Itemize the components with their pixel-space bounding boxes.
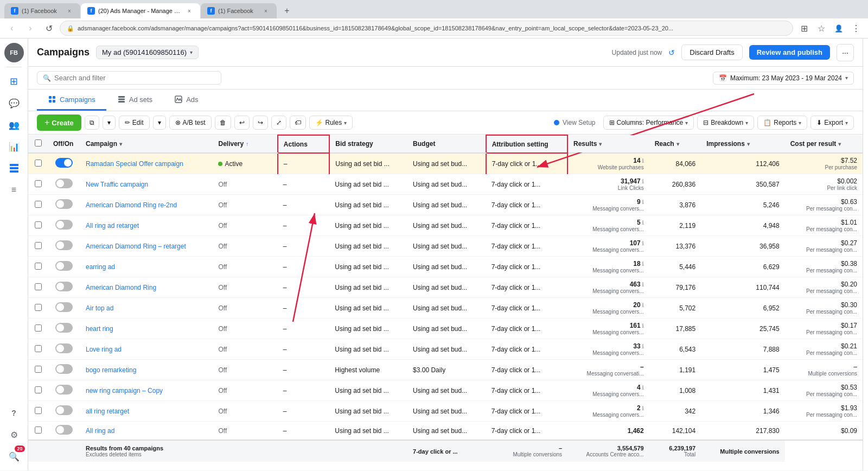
campaign-selector[interactable]: My ad (590141609850116) ▾ [96, 46, 199, 59]
ab-test-button[interactable]: ⊗ A/B test [169, 116, 212, 130]
browser-tab-1[interactable]: f (1) Facebook × [4, 3, 80, 18]
move-button[interactable]: ⤢ [271, 116, 286, 130]
date-filter[interactable]: 📅 Maximum: 23 May 2023 - 19 Mar 2024 ▾ [713, 72, 854, 85]
checkbox-14[interactable] [35, 427, 42, 434]
th-reach[interactable]: Reach ▾ [649, 135, 701, 153]
results-info-${row.id}[interactable]: ℹ [642, 302, 644, 308]
toggle-6[interactable] [55, 261, 73, 271]
duplicate-dropdown-button[interactable]: ▾ [103, 116, 116, 130]
row-checkbox-7[interactable] [28, 277, 48, 298]
row-toggle-13[interactable] [48, 401, 80, 422]
row-checkbox-8[interactable] [28, 298, 48, 319]
view-setup[interactable]: View Setup [554, 119, 596, 126]
tab-ads[interactable]: Ads [163, 90, 209, 111]
redo-button[interactable]: ↪ [253, 116, 268, 130]
search-input-wrap[interactable]: 🔍 [37, 71, 221, 85]
edit-dropdown-button[interactable]: ▾ [153, 116, 166, 130]
row-toggle-8[interactable] [48, 298, 80, 319]
checkbox-5[interactable] [35, 242, 42, 249]
reload-button[interactable]: ↺ [41, 21, 56, 36]
row-checkbox-1[interactable] [28, 153, 48, 174]
toggle-9[interactable] [55, 323, 73, 333]
review-publish-button[interactable]: Review and publish [749, 45, 830, 60]
campaign-link-11[interactable]: bogo remarketing [86, 366, 136, 374]
create-button[interactable]: + Create [37, 114, 81, 131]
row-checkbox-4[interactable] [28, 215, 48, 236]
sidebar-chart-icon[interactable]: 📊 [4, 137, 24, 156]
toggle-5[interactable] [55, 240, 73, 250]
checkbox-9[interactable] [35, 324, 42, 332]
row-toggle-3[interactable] [48, 195, 80, 215]
campaign-link-6[interactable]: earring ad [86, 263, 115, 271]
profile-button[interactable]: 👤 [831, 21, 846, 36]
toggle-13[interactable] [55, 405, 73, 415]
toggle-4[interactable] [55, 220, 73, 230]
tag-button[interactable]: 🏷 [290, 116, 306, 130]
row-checkbox-6[interactable] [28, 257, 48, 277]
breakdown-button[interactable]: ⊟ Breakdown ▾ [697, 116, 754, 130]
results-info-${row.id}[interactable]: ℹ [642, 385, 644, 391]
row-checkbox-10[interactable] [28, 339, 48, 360]
sidebar-people-icon[interactable]: 👥 [4, 115, 24, 135]
checkbox-1[interactable] [35, 160, 42, 167]
toggle-1[interactable] [55, 158, 73, 168]
campaign-link-8[interactable]: Air top ad [86, 304, 113, 312]
row-toggle-11[interactable] [48, 360, 80, 380]
campaign-link-5[interactable]: American Diamond Ring – retarget [86, 243, 186, 250]
campaign-link-14[interactable]: All ring ad [86, 427, 114, 435]
browser-tab-3[interactable]: f (1) Facebook × [201, 3, 277, 18]
back-button[interactable]: ‹ [4, 21, 20, 36]
sidebar-search-icon[interactable]: 🔍 20 [4, 447, 24, 466]
results-info-${row.id}[interactable]: ℹ [642, 282, 644, 288]
edit-button[interactable]: ✏ Edit [119, 116, 150, 130]
columns-button[interactable]: ⊞ Columns: Performance ▾ [603, 116, 694, 130]
results-info-${row.id}[interactable]: ℹ [642, 261, 644, 267]
results-info-${row.id}[interactable]: ℹ [642, 220, 644, 226]
row-checkbox-3[interactable] [28, 195, 48, 215]
campaign-link-4[interactable]: All ring ad retarget [86, 222, 139, 230]
row-toggle-7[interactable] [48, 277, 80, 298]
toggle-11[interactable] [55, 364, 73, 374]
checkbox-10[interactable] [35, 345, 42, 352]
campaign-link-13[interactable]: all ring retarget [86, 408, 129, 415]
th-delivery[interactable]: Delivery ↑ [213, 135, 277, 153]
sidebar-menu-icon[interactable]: ≡ [4, 180, 24, 200]
toggle-14[interactable] [55, 425, 73, 435]
checkbox-8[interactable] [35, 304, 42, 311]
row-toggle-10[interactable] [48, 339, 80, 360]
url-bar[interactable]: 🔒 adsmanager.facebook.com/adsmanager/man… [60, 21, 793, 36]
checkbox-3[interactable] [35, 201, 42, 208]
search-input[interactable] [54, 74, 215, 82]
tab-adsets[interactable]: Ad sets [106, 90, 163, 111]
row-checkbox-5[interactable] [28, 236, 48, 257]
toggle-8[interactable] [55, 302, 73, 312]
checkbox-2[interactable] [35, 180, 42, 187]
row-toggle-5[interactable] [48, 236, 80, 257]
results-info-${row.id}[interactable]: ℹ [642, 158, 644, 164]
duplicate-button[interactable]: ⧉ [85, 116, 99, 130]
results-info-${row.id}[interactable]: ℹ [642, 199, 644, 205]
browser-menu-button[interactable]: ⋮ [848, 21, 864, 36]
row-toggle-1[interactable] [48, 153, 80, 174]
row-checkbox-14[interactable] [28, 422, 48, 441]
campaign-link-2[interactable]: New Traffic campaign [86, 181, 148, 188]
header-more-button[interactable]: ··· [837, 44, 854, 61]
toggle-7[interactable] [55, 282, 73, 291]
row-checkbox-11[interactable] [28, 360, 48, 380]
results-info-${row.id}[interactable]: ℹ [642, 179, 644, 184]
th-results[interactable]: Results ▾ [567, 135, 649, 153]
discard-drafts-button[interactable]: Discard Drafts [681, 44, 742, 60]
sidebar-settings-icon[interactable]: ⚙ [4, 425, 24, 444]
campaign-link-9[interactable]: heart ring [86, 325, 113, 333]
row-checkbox-13[interactable] [28, 401, 48, 422]
campaign-link-10[interactable]: Love ring ad [86, 346, 122, 353]
toggle-12[interactable] [55, 385, 73, 394]
th-select-all[interactable] [28, 135, 48, 153]
checkbox-7[interactable] [35, 283, 42, 290]
refresh-button[interactable]: ↺ [668, 48, 675, 57]
checkbox-13[interactable] [35, 407, 42, 414]
sidebar-chat-icon[interactable]: 💬 [4, 93, 24, 113]
results-info-${row.id}[interactable]: ℹ [642, 405, 644, 411]
row-toggle-12[interactable] [48, 380, 80, 401]
row-toggle-6[interactable] [48, 257, 80, 277]
